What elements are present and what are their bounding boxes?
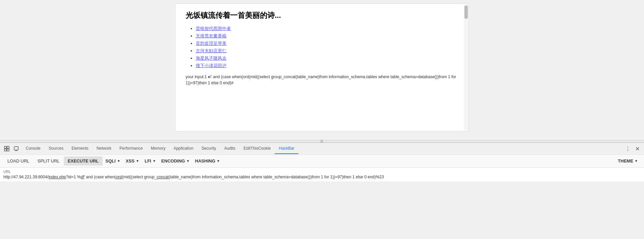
list-item: 音韵首淫呈琴美	[196, 40, 458, 47]
svg-rect-0	[4, 146, 6, 148]
tab-security[interactable]: Security	[197, 143, 220, 154]
tab-editthiscookie[interactable]: EditThisCookie	[240, 143, 275, 154]
split-url-button[interactable]: SPLIT URL	[33, 156, 64, 166]
sqli-arrow-icon: ▼	[117, 159, 120, 163]
tab-application[interactable]: Application	[169, 143, 197, 154]
devtools-select-icon[interactable]	[3, 145, 11, 153]
url-ord-part: ord	[116, 175, 122, 179]
execute-url-button[interactable]: EXECUTE URL	[64, 156, 103, 166]
poem-link-3[interactable]: 音韵首淫呈琴美	[196, 41, 226, 46]
svg-rect-4	[14, 147, 18, 150]
theme-arrow-icon: ▼	[635, 159, 638, 163]
svg-rect-1	[7, 146, 9, 148]
load-url-button[interactable]: LOAD URL	[3, 156, 33, 166]
svg-rect-3	[7, 149, 9, 151]
encoding-arrow-icon: ▼	[186, 159, 190, 163]
poem-link-6[interactable]: 搜下小渚花田泸	[196, 63, 226, 68]
devtools-tabs: Console Sources Elements Network Perform…	[22, 143, 624, 154]
list-item: 无垠荒衣薰香槁	[196, 33, 458, 39]
content-scrollbar[interactable]	[464, 4, 468, 131]
url-area: URL http://47.94.221.39:8004/index.php?i…	[0, 168, 644, 181]
resize-handle[interactable]: ≡	[0, 140, 644, 143]
devtools-tab-end: ⋮ ✕	[624, 145, 641, 153]
tab-hackbar[interactable]: HackBar	[275, 143, 298, 154]
devtools-device-icon[interactable]	[12, 145, 20, 153]
poem-link-4[interactable]: 古河夫妇店里仁	[196, 48, 226, 53]
theme-dropdown[interactable]: THEME ▼	[615, 156, 641, 166]
tab-audits[interactable]: Audits	[220, 143, 239, 154]
encoding-dropdown[interactable]: ENCODING ▼	[159, 156, 192, 166]
tab-elements[interactable]: Elements	[68, 143, 92, 154]
url-concat-part: concat	[157, 175, 168, 179]
url-underline-part: index.php	[48, 175, 66, 179]
poem-link-5[interactable]: 海星风子随风去	[196, 56, 226, 61]
poem-link-2[interactable]: 无垠荒衣薰香槁	[196, 33, 226, 38]
list-item: 海星风子随风去	[196, 55, 458, 61]
devtools-topbar: Console Sources Elements Network Perform…	[0, 143, 644, 155]
tab-console[interactable]: Console	[22, 143, 45, 154]
scroll-thumb[interactable]	[464, 5, 468, 19]
devtools-more-button[interactable]: ⋮	[624, 145, 632, 153]
lfi-dropdown[interactable]: LFI ▼	[142, 156, 158, 166]
list-item: 古河夫妇店里仁	[196, 48, 458, 54]
tab-network[interactable]: Network	[92, 143, 115, 154]
hackbar-toolbar: LOAD URL SPLIT URL EXECUTE URL SQLI ▼ XS…	[0, 155, 644, 168]
hashing-dropdown[interactable]: HASHING ▼	[192, 156, 223, 166]
tab-sources[interactable]: Sources	[45, 143, 68, 154]
input-display: your input:1 ♦\' and (case when(ord(mid(…	[186, 74, 458, 86]
svg-rect-5	[15, 150, 17, 151]
devtools-close-button[interactable]: ✕	[633, 145, 641, 153]
hashing-arrow-icon: ▼	[217, 159, 220, 163]
list-item: 搜下小渚花田泸	[196, 63, 458, 69]
xss-dropdown[interactable]: XSS ▼	[123, 156, 142, 166]
lfi-arrow-icon: ▼	[153, 159, 156, 163]
url-label: URL	[3, 170, 641, 174]
page-title: 光坂镇流传着一首美丽的诗...	[186, 10, 458, 21]
url-df-part: df	[81, 175, 84, 179]
tab-memory[interactable]: Memory	[147, 143, 169, 154]
sqli-dropdown[interactable]: SQLI ▼	[103, 156, 123, 166]
page-content-area: 光坂镇流传着一首美丽的诗... 雷电智代而雨中者 无垠荒衣薰香槁 音韵首淫呈琴美…	[0, 0, 644, 140]
poem-list: 雷电智代而雨中者 无垠荒衣薰香槁 音韵首淫呈琴美 古河夫妇店里仁 海星风子随风去…	[186, 26, 458, 69]
list-item: 雷电智代而雨中者	[196, 26, 458, 32]
xss-arrow-icon: ▼	[136, 159, 139, 163]
poem-link-1[interactable]: 雷电智代而雨中者	[196, 26, 231, 31]
url-text[interactable]: http://47.94.221.39:8004/index.php?id=1 …	[3, 174, 641, 180]
svg-rect-2	[4, 149, 6, 151]
content-box: 光坂镇流传着一首美丽的诗... 雷电智代而雨中者 无垠荒衣薰香槁 音韵首淫呈琴美…	[175, 3, 469, 131]
devtools-panel: Console Sources Elements Network Perform…	[0, 143, 644, 181]
tab-performance[interactable]: Performance	[115, 143, 147, 154]
